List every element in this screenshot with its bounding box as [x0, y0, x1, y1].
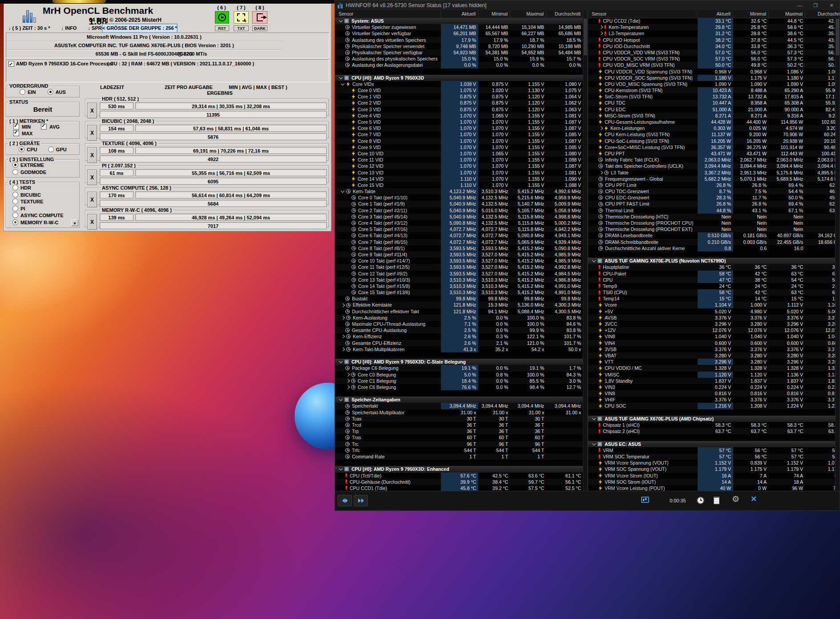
sensor-row[interactable]: Effektive Kerntakte121.8 MHz15.3 MHz5,13… — [335, 302, 587, 308]
sensor-row[interactable]: Core 9 Takt (perf #11/4)3,593.5 MHz3,527… — [335, 251, 587, 258]
sensor-row[interactable]: CPU47 °C38 °C54 °C50 °C — [588, 277, 840, 283]
chevron-right-icon[interactable] — [598, 126, 604, 130]
sensor-row[interactable]: Core 6 Takt (perf #4/13)4,072.7 MHz4,072… — [335, 232, 587, 239]
sensor-row[interactable]: CPU VDD_MISC Spannung (SVI3 TFN)1.090 V1… — [588, 81, 840, 87]
sensor-row[interactable]: Physikalischer Speicher verwendet9,748 M… — [335, 43, 587, 49]
sensor-row[interactable]: AVSB3.376 V3.376 V3.376 V3.376 V — [588, 315, 840, 321]
sensor-row[interactable]: Gesamte CPU-Auslastung2.5 %0.0 %99.9 %83… — [335, 327, 587, 333]
sensor-group-cpu-0-amd-ryzen-9-7950x3d-enhanced[interactable]: CPU [#0]: AMD Ryzen 9 7950X3D: Enhanced — [335, 466, 587, 472]
sensor-row[interactable]: Command Rate1 T1 T1 T — [335, 453, 587, 460]
chevron-right-icon[interactable] — [345, 372, 351, 377]
sensor-row[interactable]: Core 12 VID1.070 V1.070 V1.155 V1.087 V — [335, 163, 587, 169]
nav-fast-forward-button[interactable] — [354, 495, 368, 506]
col-durchschnitt[interactable]: Durchschnitt — [546, 10, 583, 18]
sensor-group-asus-tuf-gaming-x670e-plus-amd-chipsatz[interactable]: ASUS TUF GAMING X670E-PLUS (AMD Chipsatz… — [588, 416, 840, 422]
sensor-row[interactable]: L3-Temperaturen31.2 °C28.8 °C38.6 °C35.8… — [588, 30, 840, 36]
chevron-down-icon[interactable] — [592, 259, 598, 263]
sensor-row[interactable]: Core 10 VID1.070 V1.065 V1.155 V1.080 V — [335, 150, 587, 157]
scrollbar-right-pane[interactable] — [835, 18, 840, 491]
chevron-down-icon[interactable] — [592, 442, 598, 446]
sensor-row[interactable]: Takt des Speicher-Controllers (UCLK)3,09… — [588, 163, 840, 169]
device-checkbox[interactable] — [8, 61, 14, 67]
sensor-row[interactable]: 3VSB3.376 V3.376 V3.376 V3.376 V — [588, 346, 840, 352]
sensor-row[interactable]: Kern-Takt-Multiplikatoren41.3 x35.2 x54.… — [335, 346, 587, 352]
radio-extreme[interactable]: EXTREME — [8, 162, 77, 169]
dark-button[interactable]: DARK — [252, 25, 267, 31]
sensor-row[interactable]: Kern-Takte4,123.2 MHz3,510.3 MHz5,415.2 … — [335, 188, 587, 194]
clock-icon[interactable] — [697, 497, 704, 504]
sensor-row[interactable]: Tcas30 T30 T30 T — [335, 416, 587, 422]
sensor-row[interactable]: Infinity Fabric Takt (FCLK)2,063.0 MHz2,… — [588, 157, 840, 163]
sensor-row[interactable]: Core 1 Takt (perf #1/9)5,040.9 MHz4,132.… — [335, 201, 587, 207]
sensor-row[interactable]: TSI0 (CPU)58 °C42 °C63 °C60 °C — [588, 289, 840, 295]
sensor-row[interactable]: VMISC1.120 V1.120 V1.136 V1.133 V — [588, 372, 840, 378]
sensor-row[interactable]: Core 4 Takt (perf #3/12)5,090.8 MHz4,132… — [335, 220, 587, 226]
sensor-row[interactable]: Core 1 VID0.875 V0.875 V1.120 V1.064 V — [335, 93, 587, 100]
sensor-row[interactable]: Core 5 Takt (perf #7/16)4,072.7 MHz4,072… — [335, 226, 587, 232]
sensor-row[interactable]: CPU CCD2 (Tdie)33.1 °C32.6 °C44.8 °C42.4… — [588, 18, 840, 24]
sensor-group-asus-ec-asus[interactable]: ASUS EC: ASUS — [588, 441, 840, 447]
sensor-row[interactable]: Core 14 Takt (perf #15/8)3,510.3 MHz3,51… — [335, 283, 587, 289]
radio-godmode[interactable]: GODMODE — [8, 169, 77, 176]
col-minimal[interactable]: Minimal — [478, 10, 510, 18]
sensor-row[interactable]: CPU EDC51.000 A21.000 A90.000 A82.417 A — [588, 106, 840, 113]
sensor-row[interactable]: Core 7 Takt (perf #6/15)4,072.7 MHz4,072… — [335, 239, 587, 245]
radio-cpu[interactable]: CPU — [19, 146, 37, 152]
sensor-row[interactable]: Core 8 VID1.070 V1.070 V1.155 V1.087 V — [335, 138, 587, 144]
close-sensors-icon[interactable] — [751, 495, 757, 503]
maximize-button[interactable] — [808, 0, 824, 10]
col-maximal[interactable]: Maximal — [769, 10, 805, 18]
sensor-row[interactable]: MISC-Strom (SVI3 TFN)8.271 A8.271 A9.316… — [588, 113, 840, 119]
sensor-row[interactable]: VRM SOC Temperatur57 °C56 °C57 °C57 °C — [588, 453, 840, 460]
sensor-row[interactable]: CPU VDDCR_VDD VRM (SVI3 TFN)57.0 °C56.0 … — [588, 49, 840, 56]
rst-button[interactable]: RST — [215, 25, 229, 31]
minimize-button[interactable] — [792, 0, 808, 10]
checkbox-min[interactable]: MIN — [13, 124, 41, 129]
sensor-row[interactable]: CPU PPT43.471 W43.471 W112.443 W100.438 … — [588, 150, 840, 157]
chevron-down-icon[interactable] — [339, 467, 344, 471]
sensor-row[interactable]: Core C6 Belegung76.6 %0.0 %98.4 %12.7 % — [335, 384, 587, 390]
col-minimal[interactable]: Minimal — [733, 10, 769, 18]
sensor-row[interactable]: Kern-Auslastung2.5 %0.0 %100.0 %83.8 % — [335, 315, 587, 321]
col-aktuell[interactable]: Aktuell — [698, 10, 733, 18]
sensor-row[interactable]: Thermische Drosselung (HTC)NeinNeinNein0… — [588, 214, 840, 220]
txt-button[interactable]: TXT — [234, 25, 249, 31]
sensor-row[interactable]: Thermische Drosselung (PROCHOT CPU)NeinN… — [588, 220, 840, 226]
close-button[interactable] — [824, 0, 840, 10]
sensor-group-system-asus[interactable]: System: ASUS — [335, 18, 587, 24]
chevron-right-icon[interactable] — [345, 385, 351, 389]
chevron-down-icon[interactable] — [339, 76, 344, 80]
sensor-row[interactable]: CPU-Paket58 °C42 °C63 °C60 °C — [588, 271, 840, 277]
chevron-down-icon[interactable] — [339, 360, 344, 364]
hwinfo-titlebar[interactable]: HWiNFO® 64 v8.26-5730 Sensor Status [17 … — [335, 0, 840, 10]
sensor-row[interactable]: VRM57 °C56 °C57 °C57 °C — [588, 447, 840, 453]
sensor-row[interactable]: Vcore1.104 V1.000 V1.112 V1.103 V — [588, 302, 840, 308]
sensor-row[interactable]: Core 8 Takt (perf #8/1)3,593.5 MHz3,593.… — [335, 245, 587, 251]
radio-hdr[interactable]: HDR — [8, 185, 77, 192]
settings-gear-icon[interactable] — [732, 495, 739, 503]
chevron-right-icon[interactable] — [340, 316, 346, 320]
chevron-right-icon[interactable] — [345, 379, 351, 383]
col-durchschnitt[interactable]: Durchschnitt — [805, 10, 840, 18]
sensor-row[interactable]: 1,8V Standby1.837 V1.837 V1.837 V1.837 V — [588, 378, 840, 384]
sensor-row[interactable]: Core 6 VID1.070 V1.070 V1.155 V1.087 V — [335, 125, 587, 131]
sensor-row[interactable]: VIN40.600 V0.600 V0.600 V0.600 V — [588, 340, 840, 346]
scrollbar-thumb[interactable] — [836, 19, 839, 55]
sensor-row[interactable]: Core 10 Takt (perf #14/7)3,593.5 MHz3,52… — [335, 258, 587, 264]
sensor-row[interactable]: CPU EDC-Grenzwert28.3 %11.7 %50.0 %45.8 … — [588, 194, 840, 201]
sensor-row[interactable]: VRM SOC Spannung (VOUT)1.179 V1.175 V1.1… — [588, 466, 840, 472]
sensor-row[interactable]: Core 4 VID1.070 V1.065 V1.155 V1.081 V — [335, 113, 587, 119]
col-aktuell[interactable]: Aktuell — [441, 10, 478, 18]
checkbox-max[interactable]: MAX — [13, 130, 41, 136]
sensor-row[interactable]: Core 15 Takt (perf #13/6)3,510.3 MHz3,51… — [335, 289, 587, 295]
sensor-display-icon[interactable] — [641, 497, 649, 503]
sensor-row[interactable]: VIN90.816 V0.816 V0.816 V0.816 V — [588, 390, 840, 396]
sensor-row[interactable]: Core 12 Takt (perf #9/2)3,593.5 MHz3,527… — [335, 271, 587, 277]
checkbox-avg[interactable]: AVG — [41, 124, 69, 129]
chevron-down-icon[interactable] — [340, 189, 346, 194]
sensor-row[interactable]: Core 13 VID1.070 V1.070 V1.155 V1.081 V — [335, 170, 587, 176]
sensor-row[interactable]: Speichertakt-Multiplikator31.00 x31.00 x… — [335, 409, 587, 416]
sensor-row[interactable]: CPU PPT FAST Limit26.8 %26.8 %69.4 %62.0… — [588, 201, 840, 207]
menu-zeit[interactable]: ↓ ( 5 ) ZEIT : 30 s * — [8, 25, 50, 31]
sensor-row[interactable]: CPU PPT Limit26.8 %26.8 %69.4 %62.0 % — [588, 182, 840, 188]
